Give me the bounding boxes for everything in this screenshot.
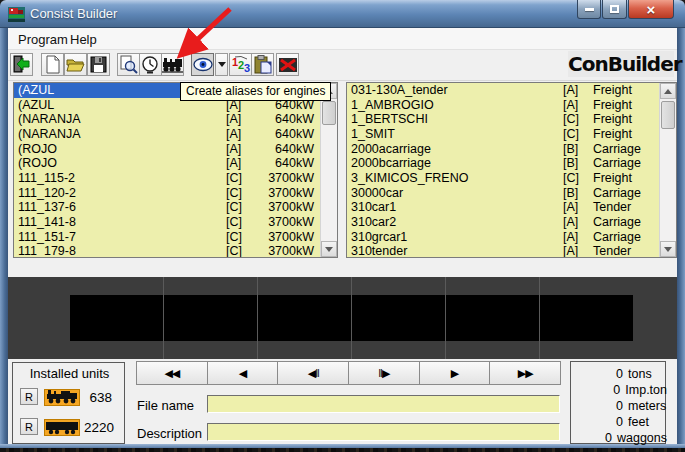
stat-value: 0 xyxy=(571,383,620,399)
menu-help[interactable]: Help xyxy=(66,31,101,48)
stat-row: 0 meters xyxy=(571,399,667,415)
nav-button[interactable]: ‖▶ xyxy=(348,361,420,385)
consist-slot[interactable] xyxy=(352,277,445,359)
view-options-button[interactable] xyxy=(215,53,228,76)
engine-list-item[interactable]: 111_141-8 [C] 3700kW xyxy=(14,215,320,230)
wagon-list-item[interactable]: 031-130A_tender [A] Freight xyxy=(347,83,659,98)
wagon-list-item[interactable]: 3_KIMICOS_FRENO [C] Freight xyxy=(347,171,659,186)
scrollbar-thumb[interactable] xyxy=(322,101,336,125)
consist-slot[interactable] xyxy=(540,277,633,359)
close-button[interactable]: × xyxy=(628,0,674,19)
nav-arrow-icon: ◀◀ xyxy=(164,367,179,380)
engine-class: [C] xyxy=(226,186,256,201)
tooltip: Create aliases for engines xyxy=(180,82,331,101)
print-preview-button[interactable] xyxy=(117,53,140,76)
open-button[interactable] xyxy=(64,53,87,76)
clipboard-icon xyxy=(254,55,272,74)
nav-button[interactable]: ▶ xyxy=(419,361,491,385)
description-input[interactable] xyxy=(207,423,560,441)
wagon-class: [A] xyxy=(563,230,593,245)
scroll-down-icon[interactable] xyxy=(660,241,676,257)
wagon-type: Freight xyxy=(593,83,653,98)
titlebar[interactable]: Consist Builder × xyxy=(0,0,685,28)
menu-program[interactable]: Program xyxy=(14,31,72,48)
engine-list-item[interactable]: (NARANJA [A] 640kW xyxy=(14,112,320,127)
new-button[interactable] xyxy=(41,53,64,76)
view-button[interactable] xyxy=(191,53,214,76)
wagon-list-item[interactable]: 1_AMBROGIO [A] Freight xyxy=(347,98,659,113)
wagon-list-item[interactable]: 310car1 [A] Tender xyxy=(347,200,659,215)
wagon-name: 310car1 xyxy=(351,200,563,215)
wagon-name: 2000acarriage xyxy=(351,142,563,157)
nav-button[interactable]: ◀‖ xyxy=(277,361,349,385)
minimize-button[interactable] xyxy=(577,0,601,19)
scroll-down-icon[interactable] xyxy=(321,241,337,257)
consist-slot[interactable] xyxy=(446,277,539,359)
nav-arrow-icon: ▶▶ xyxy=(518,367,533,380)
reverse-engine-button[interactable]: R xyxy=(20,388,38,405)
stat-unit: meters xyxy=(623,399,666,415)
nav-button[interactable]: ◀ xyxy=(207,361,279,385)
consist-slot[interactable] xyxy=(70,277,163,359)
wagon-name: 310car2 xyxy=(351,215,563,230)
nav-button[interactable]: ▶▶ xyxy=(489,361,561,385)
wagon-list: 031-130A_tender [A] Freight 1_AMBROGIO [… xyxy=(346,82,677,258)
consist-slot[interactable] xyxy=(258,277,351,359)
delete-button[interactable] xyxy=(276,53,299,76)
desktop-background xyxy=(0,448,685,452)
app-icon xyxy=(8,6,25,23)
wagon-list-item[interactable]: 1_SMIT [C] Freight xyxy=(347,127,659,142)
paste-button[interactable] xyxy=(251,53,274,76)
nav-arrow-icon: ◀ xyxy=(239,367,246,380)
wagon-name: 310grcar1 xyxy=(351,230,563,245)
engine-list-item[interactable]: 111_115-2 [C] 3700kW xyxy=(14,171,320,186)
engine-list-item[interactable]: 111_137-6 [C] 3700kW xyxy=(14,200,320,215)
stat-unit: waggons xyxy=(612,431,667,447)
engine-name: (NARANJA xyxy=(18,127,226,142)
new-file-icon xyxy=(44,55,61,74)
reverse-wagon-button[interactable]: R xyxy=(20,418,38,435)
engine-list-scrollbar[interactable] xyxy=(320,83,337,257)
wagon-class: [A] xyxy=(563,215,593,230)
engine-list-item[interactable]: 111_120-2 [C] 3700kW xyxy=(14,186,320,201)
scrollbar-thumb[interactable] xyxy=(661,101,675,129)
engine-count: 638 xyxy=(84,390,112,405)
wagon-class: [B] xyxy=(563,156,593,171)
engine-list-rows: (AZUL [A] 640kW (AZUL [A] 640kW (NARANJA… xyxy=(14,83,320,257)
wagon-list-item[interactable]: 1_BERTSCHI [C] Freight xyxy=(347,112,659,127)
exit-button[interactable] xyxy=(10,53,33,76)
wagon-list-item[interactable]: 30000car [B] Carriage xyxy=(347,186,659,201)
engine-list-item[interactable]: (NARANJA [A] 640kW xyxy=(14,127,320,142)
save-button[interactable] xyxy=(87,53,110,76)
chevron-down-icon xyxy=(218,62,226,67)
engine-list-item[interactable]: 111_179-8 [C] 3700kW xyxy=(14,244,320,257)
wagon-type: Carriage xyxy=(593,230,653,245)
stat-row: 0 tons xyxy=(571,367,667,383)
wagon-list-item[interactable]: 310car2 [A] Carriage xyxy=(347,215,659,230)
scroll-up-icon[interactable] xyxy=(660,83,676,99)
create-aliases-button[interactable] xyxy=(161,53,184,76)
engine-name: 111_141-8 xyxy=(18,215,226,230)
stat-unit: feet xyxy=(623,415,649,431)
clock-button[interactable] xyxy=(139,53,162,76)
stat-row: 0 waggons xyxy=(571,431,667,447)
engine-list-item[interactable]: 111_151-7 [C] 3700kW xyxy=(14,230,320,245)
wagon-list-item[interactable]: 2000bcarriage [B] Carriage xyxy=(347,156,659,171)
maximize-button[interactable] xyxy=(602,0,627,19)
wagon-list-item[interactable]: 310tender [A] Tender xyxy=(347,244,659,257)
conbuilder-logo: ConBuilder xyxy=(568,51,674,77)
engine-list: (AZUL [A] 640kW (AZUL [A] 640kW (NARANJA… xyxy=(13,82,338,258)
engine-list-item[interactable]: (ROJO [A] 640kW xyxy=(14,156,320,171)
engine-class: [C] xyxy=(226,171,256,186)
engine-list-item[interactable]: (ROJO [A] 640kW xyxy=(14,142,320,157)
nav-button[interactable]: ◀◀ xyxy=(136,361,208,385)
wagon-name: 1_AMBROGIO xyxy=(351,98,563,113)
renumber-button[interactable]: 1 2 3 xyxy=(229,53,252,76)
file-name-input[interactable] xyxy=(207,395,560,413)
consist-builder-window: Consist Builder × Program Help xyxy=(0,0,685,452)
engine-name: (ROJO xyxy=(18,156,226,171)
wagon-list-item[interactable]: 310grcar1 [A] Carriage xyxy=(347,230,659,245)
wagon-list-scrollbar[interactable] xyxy=(659,83,676,257)
consist-slot[interactable] xyxy=(164,277,257,359)
wagon-list-item[interactable]: 2000acarriage [B] Carriage xyxy=(347,142,659,157)
